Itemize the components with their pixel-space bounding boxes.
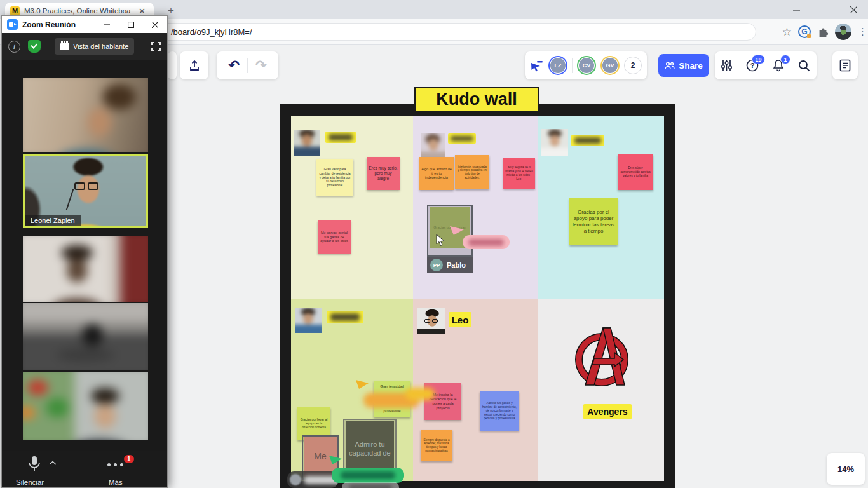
fullscreen-icon[interactable] <box>151 42 161 51</box>
browser-menu-icon[interactable]: ⋮ <box>858 30 864 34</box>
mute-label[interactable]: Silenciar <box>16 478 44 486</box>
speaker-view-icon <box>60 43 69 50</box>
url-text: /board/o9J_kjyHr8M=/ <box>171 27 252 37</box>
editor-pill-green <box>332 468 404 483</box>
close-button[interactable] <box>839 0 868 19</box>
speaker-view-button[interactable]: Vista del hablante <box>55 38 134 55</box>
sticky-note[interactable]: Inteligente, organizada y siempre proact… <box>455 155 489 189</box>
section-leo[interactable]: Leo Me inspira la dedicación que le pone… <box>413 299 538 481</box>
tab-title: M3.0 Practices, Online Whiteboa <box>24 7 137 15</box>
miro-favicon: M <box>10 6 20 16</box>
sticky-note[interactable]: Gran valor para cambiar de residencia y … <box>316 159 353 196</box>
zoom-controls-bar: Silenciar 1 Más <box>2 451 167 487</box>
zoom-level-indicator[interactable]: 14% <box>827 453 865 485</box>
help-badge: 19 <box>752 55 765 64</box>
utility-icons-card: ? 19 1 <box>715 51 817 79</box>
member4-nametag <box>327 311 363 323</box>
zoom-camera-icon <box>7 19 18 30</box>
sticky-note[interactable]: Admiro tus ganas y hambre de conocimient… <box>480 391 519 431</box>
participant-video-4[interactable] <box>23 303 148 370</box>
member1-avatar <box>294 130 320 156</box>
screen: M M3.0 Practices, Online Whiteboa ✕ + /b… <box>0 0 868 488</box>
security-shield-icon[interactable] <box>28 40 41 53</box>
editor-pill-gray <box>342 482 399 488</box>
member2-avatar <box>421 133 445 158</box>
settings-sliders-icon[interactable] <box>721 60 732 71</box>
collaborators-count[interactable]: 2 <box>624 57 642 74</box>
section-member2[interactable]: Algo que admiro de ti es tu independenci… <box>413 116 538 299</box>
zoom-maximize-button[interactable] <box>119 16 143 33</box>
mouse-cursor <box>436 234 445 247</box>
avatar-gv[interactable]: GV <box>600 56 620 75</box>
participant-video-5[interactable] <box>23 372 148 440</box>
section-member3[interactable]: Eres súper comprometido con tus valores … <box>538 116 664 299</box>
collab-cursor-pink <box>450 225 464 235</box>
participant-video-1[interactable] <box>23 78 148 152</box>
browser-window-controls <box>782 0 868 19</box>
minimize-button[interactable] <box>782 0 811 19</box>
participant-video-3[interactable] <box>23 236 148 302</box>
member1-nametag <box>325 132 356 143</box>
search-icon[interactable] <box>798 60 810 72</box>
notifications-badge: 1 <box>780 55 790 64</box>
sticky-note[interactable]: Gracias por el apoyo para poder terminar… <box>569 198 618 245</box>
follow-cursor-icon[interactable] <box>530 59 544 72</box>
sticky-note[interactable]: Eres súper comprometido con tus valores … <box>618 154 653 190</box>
zoom-titlebar[interactable]: Zoom Reunión <box>2 16 167 33</box>
sticky-note[interactable]: Siempre dispuesto a aprender, maximiza t… <box>421 430 452 461</box>
section-avengers[interactable]: Avengers <box>538 299 664 481</box>
sticky-note[interactable]: Muy segura de ti misma y no le tienes mi… <box>503 158 535 189</box>
more-dots-icon[interactable] <box>107 463 123 466</box>
export-button[interactable] <box>180 51 208 79</box>
pablo-name: Pablo <box>447 261 466 269</box>
member3-avatar <box>541 129 568 156</box>
board-title[interactable]: Kudo wall <box>414 87 539 112</box>
collab-name-pill-pink <box>463 235 510 249</box>
undo-icon[interactable]: ↶ <box>228 58 240 73</box>
collaborators-card: LZ CV GV 2 <box>525 51 647 79</box>
profile-avatar[interactable] <box>835 24 851 40</box>
collab-cursor-yellow-blur <box>405 388 435 400</box>
team-nametag: Avengers <box>583 404 632 419</box>
member3-nametag <box>571 135 604 146</box>
restore-button[interactable] <box>811 0 839 19</box>
notifications-bell-icon[interactable]: 1 <box>773 59 784 72</box>
collab-cursor-orange <box>356 379 369 389</box>
zoom-minimize-button[interactable] <box>95 16 119 33</box>
section-member4[interactable]: Gran tenacidadprofesional Gracias por ll… <box>291 299 413 481</box>
editor-pill-dark <box>287 471 338 488</box>
member2-nametag <box>448 133 476 144</box>
share-label: Share <box>679 61 703 71</box>
zoom-close-button[interactable] <box>143 16 167 33</box>
avatar-lz[interactable]: LZ <box>548 56 567 75</box>
microphone-icon[interactable] <box>27 456 41 473</box>
extension-g-icon[interactable]: G <box>798 25 811 38</box>
editor-label-pablo: PP Pablo <box>427 257 473 273</box>
zoom-window[interactable]: Zoom Reunión i Vista del hablante <box>1 15 168 488</box>
section-member1[interactable]: Gran valor para cambiar de residencia y … <box>291 116 413 299</box>
participant-video-active-speaker[interactable]: Leonel Zapien <box>23 154 148 228</box>
sticky-note[interactable]: Algo que admiro de ti es tu independenci… <box>419 157 454 190</box>
export-icon <box>188 59 201 72</box>
leo-avatar <box>417 308 445 334</box>
bookmark-star-icon[interactable]: ☆ <box>782 25 792 39</box>
share-button[interactable]: Share <box>658 54 709 77</box>
collab-cursor-green <box>329 454 342 464</box>
notes-doc-icon <box>839 59 851 72</box>
info-icon[interactable]: i <box>8 41 20 53</box>
mic-options-chevron[interactable] <box>49 461 57 466</box>
board-notes-button[interactable] <box>832 51 858 79</box>
sticky-note[interactable]: Eres muy serio, pero muy alegre <box>367 157 400 190</box>
sticky-note[interactable]: Me parece genial tus ganas de ayudar a l… <box>318 220 351 254</box>
avatar-cv[interactable]: CV <box>577 56 596 75</box>
toolbar-clipped-card <box>168 51 177 79</box>
extensions-puzzle-icon[interactable] <box>817 26 829 37</box>
redo-icon[interactable]: ↷ <box>255 58 267 73</box>
member4-avatar <box>295 308 322 333</box>
tab-close-icon[interactable]: ✕ <box>139 6 146 16</box>
share-people-icon <box>665 62 675 70</box>
address-bar[interactable]: /board/o9J_kjyHr8M=/ <box>159 23 756 41</box>
help-icon[interactable]: ? 19 <box>746 59 759 72</box>
zoom-toolbar: i Vista del hablante <box>2 33 167 60</box>
more-label[interactable]: Más <box>109 478 123 486</box>
